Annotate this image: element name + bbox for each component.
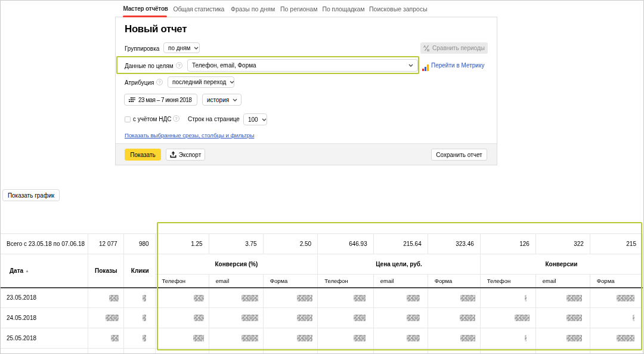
svg-text:A: A (423, 45, 426, 48)
svg-text:B: B (427, 48, 430, 51)
